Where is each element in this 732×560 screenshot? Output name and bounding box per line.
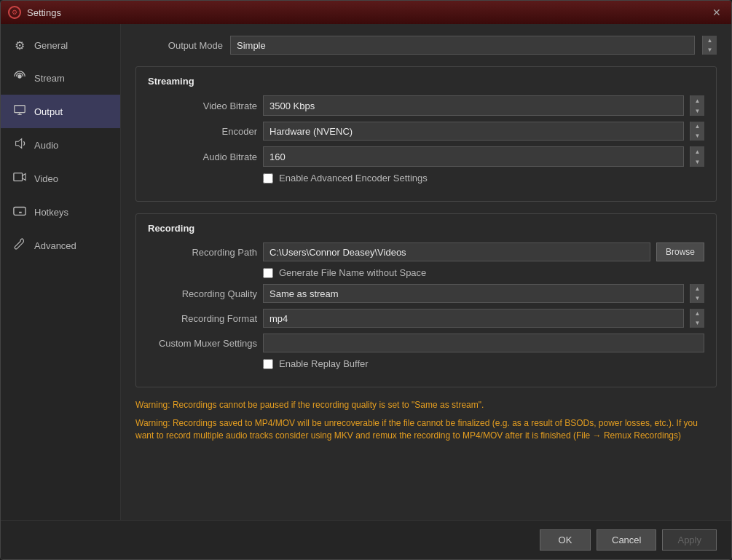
recording-path-row: Recording Path Browse xyxy=(148,242,704,261)
encoder-spinner: ▲ ▼ xyxy=(690,122,704,141)
recording-format-down[interactable]: ▼ xyxy=(690,318,704,328)
browse-button[interactable]: Browse xyxy=(656,242,704,261)
keyboard-icon xyxy=(12,204,27,220)
output-mode-spinner: ▲ ▼ xyxy=(702,36,717,55)
svg-rect-5 xyxy=(14,208,25,216)
encoder-select-wrap: Hardware (NVENC) Software (x264) xyxy=(263,122,684,141)
enable-advanced-checkbox[interactable] xyxy=(263,173,273,184)
audio-bitrate-up[interactable]: ▲ xyxy=(690,146,704,157)
encoder-row: Encoder Hardware (NVENC) Software (x264)… xyxy=(148,122,704,141)
video-bitrate-row: Video Bitrate ▲ ▼ xyxy=(148,95,704,116)
close-button[interactable]: ✕ xyxy=(709,5,724,20)
sidebar-item-hotkeys[interactable]: Hotkeys xyxy=(1,195,120,229)
enable-advanced-label: Enable Advanced Encoder Settings xyxy=(279,173,428,184)
enable-replay-row: Enable Replay Buffer xyxy=(263,358,704,369)
video-bitrate-label: Video Bitrate xyxy=(148,100,257,111)
recording-quality-row: Recording Quality Same as stream High Qu… xyxy=(148,284,704,303)
sidebar-label-stream: Stream xyxy=(34,73,65,84)
ok-button[interactable]: OK xyxy=(540,529,591,551)
enable-advanced-row: Enable Advanced Encoder Settings xyxy=(263,173,704,184)
encoder-up[interactable]: ▲ xyxy=(690,122,704,131)
output-icon xyxy=(12,103,27,119)
warning1: Warning: Recordings cannot be paused if … xyxy=(135,399,717,411)
generate-filename-checkbox[interactable] xyxy=(263,268,273,278)
output-mode-select[interactable]: Simple Advanced xyxy=(231,36,694,54)
stream-icon xyxy=(12,70,27,86)
audio-bitrate-down[interactable]: ▼ xyxy=(690,157,704,167)
main-content: Output Mode Simple Advanced ▲ ▼ Streamin… xyxy=(121,24,731,520)
sidebar: ⚙ General Stream Output Audio xyxy=(1,24,121,520)
recording-quality-select[interactable]: Same as stream High Quality Indistinguis… xyxy=(264,285,683,302)
recording-format-select-wrap: mp4 mkv mov ts m3u8 flv xyxy=(263,309,684,328)
recording-path-input[interactable] xyxy=(263,242,650,261)
titlebar: ⚙ Settings ✕ xyxy=(1,1,731,24)
recording-quality-label: Recording Quality xyxy=(148,288,257,299)
audio-bitrate-input[interactable] xyxy=(264,147,683,166)
sidebar-label-general: General xyxy=(34,40,68,51)
video-bitrate-input[interactable] xyxy=(264,96,683,115)
audio-bitrate-spinner: ▲ ▼ xyxy=(690,146,704,167)
app-icon: ⚙ xyxy=(8,6,21,19)
video-icon xyxy=(12,170,27,186)
recording-format-spinner: ▲ ▼ xyxy=(690,309,704,328)
wrench-icon xyxy=(12,237,27,253)
custom-muxer-label: Custom Muxer Settings xyxy=(148,338,257,349)
output-mode-up[interactable]: ▲ xyxy=(703,36,717,45)
svg-rect-1 xyxy=(15,106,25,113)
cancel-button[interactable]: Cancel xyxy=(597,529,656,551)
streaming-title: Streaming xyxy=(148,76,704,87)
recording-format-label: Recording Format xyxy=(148,313,257,324)
svg-point-0 xyxy=(17,74,21,78)
sidebar-label-output: Output xyxy=(34,106,63,117)
custom-muxer-input[interactable] xyxy=(263,334,704,352)
recording-format-row: Recording Format mp4 mkv mov ts m3u8 flv… xyxy=(148,309,704,328)
output-mode-select-wrap: Simple Advanced xyxy=(230,36,695,55)
recording-quality-up[interactable]: ▲ xyxy=(690,284,704,293)
audio-bitrate-input-wrap xyxy=(263,146,684,167)
recording-quality-select-wrap: Same as stream High Quality Indistinguis… xyxy=(263,284,684,303)
video-bitrate-down[interactable]: ▼ xyxy=(690,106,704,116)
recording-format-up[interactable]: ▲ xyxy=(690,309,704,318)
encoder-label: Encoder xyxy=(148,126,257,137)
enable-replay-checkbox[interactable] xyxy=(263,359,273,369)
output-mode-down[interactable]: ▼ xyxy=(703,45,717,55)
output-mode-label: Output Mode xyxy=(135,40,223,51)
video-bitrate-input-wrap xyxy=(263,95,684,116)
warning2: Warning: Recordings saved to MP4/MOV wil… xyxy=(135,417,717,442)
sidebar-item-general[interactable]: ⚙ General xyxy=(1,30,120,61)
video-bitrate-spinner: ▲ ▼ xyxy=(690,95,704,116)
video-bitrate-up[interactable]: ▲ xyxy=(690,95,704,106)
settings-window: ⚙ Settings ✕ ⚙ General Stream Output xyxy=(0,0,732,560)
generate-filename-label: Generate File Name without Space xyxy=(279,267,426,278)
sidebar-item-audio[interactable]: Audio xyxy=(1,128,120,162)
titlebar-left: ⚙ Settings xyxy=(8,6,61,19)
encoder-select[interactable]: Hardware (NVENC) Software (x264) xyxy=(264,122,683,140)
audio-bitrate-label: Audio Bitrate xyxy=(148,151,257,162)
custom-muxer-row: Custom Muxer Settings xyxy=(148,334,704,352)
footer: OK Cancel Apply xyxy=(1,520,731,559)
gear-icon: ⚙ xyxy=(12,39,27,52)
audio-bitrate-row: Audio Bitrate ▲ ▼ xyxy=(148,146,704,167)
sidebar-item-output[interactable]: Output xyxy=(1,95,120,128)
sidebar-label-audio: Audio xyxy=(34,140,58,151)
output-mode-row: Output Mode Simple Advanced ▲ ▼ xyxy=(135,36,717,55)
recording-path-label: Recording Path xyxy=(148,247,257,258)
content-area: ⚙ General Stream Output Audio xyxy=(1,24,731,520)
enable-replay-label: Enable Replay Buffer xyxy=(279,358,369,369)
recording-quality-down[interactable]: ▼ xyxy=(690,293,704,303)
sidebar-item-stream[interactable]: Stream xyxy=(1,61,120,95)
sidebar-item-advanced[interactable]: Advanced xyxy=(1,229,120,262)
generate-filename-row: Generate File Name without Space xyxy=(263,267,704,278)
sidebar-label-video: Video xyxy=(34,173,58,184)
recording-section: Recording Recording Path Browse Generate… xyxy=(135,213,717,387)
audio-icon xyxy=(12,137,27,153)
encoder-down[interactable]: ▼ xyxy=(690,131,704,141)
sidebar-label-hotkeys: Hotkeys xyxy=(34,207,68,218)
apply-button[interactable]: Apply xyxy=(662,529,717,551)
recording-quality-spinner: ▲ ▼ xyxy=(690,284,704,303)
recording-format-select[interactable]: mp4 mkv mov ts m3u8 flv xyxy=(264,309,683,327)
sidebar-label-advanced: Advanced xyxy=(34,240,76,251)
sidebar-item-video[interactable]: Video xyxy=(1,162,120,195)
streaming-section: Streaming Video Bitrate ▲ ▼ Encoder xyxy=(135,66,717,202)
recording-title: Recording xyxy=(148,223,704,234)
